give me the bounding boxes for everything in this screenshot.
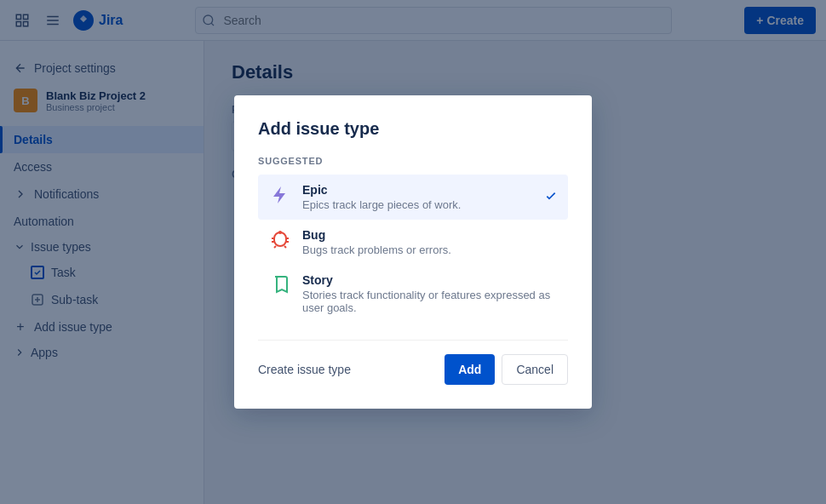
epic-check-icon [544, 189, 558, 206]
cancel-button[interactable]: Cancel [502, 354, 568, 385]
story-name: Story [302, 273, 558, 287]
modal-footer: Create issue type Add Cancel [258, 340, 568, 385]
bug-text: Bug Bugs track problems or errors. [302, 228, 558, 256]
bug-desc: Bugs track problems or errors. [302, 243, 558, 256]
story-text: Story Stories track functionality or fea… [302, 273, 558, 314]
modal-title: Add issue type [258, 119, 568, 139]
modal-overlay: Add issue type SUGGESTED Epic Epics trac… [0, 0, 826, 504]
issue-type-bug[interactable]: Bug Bugs track problems or errors. [258, 220, 568, 265]
add-issue-type-modal: Add issue type SUGGESTED Epic Epics trac… [234, 95, 592, 409]
epic-text: Epic Epics track large pieces of work. [302, 183, 558, 211]
add-button[interactable]: Add [445, 354, 495, 385]
bug-icon [268, 228, 292, 252]
issue-type-epic[interactable]: Epic Epics track large pieces of work. [258, 175, 568, 220]
epic-desc: Epics track large pieces of work. [302, 198, 558, 211]
bug-name: Bug [302, 228, 558, 242]
story-desc: Stories track functionality or features … [302, 289, 558, 314]
create-issue-type-link[interactable]: Create issue type [258, 363, 351, 376]
epic-name: Epic [302, 183, 558, 197]
modal-actions: Add Cancel [445, 354, 568, 385]
suggested-label: SUGGESTED [258, 156, 568, 166]
story-icon [268, 273, 292, 297]
issue-type-story[interactable]: Story Stories track functionality or fea… [258, 265, 568, 323]
epic-icon [268, 183, 292, 207]
